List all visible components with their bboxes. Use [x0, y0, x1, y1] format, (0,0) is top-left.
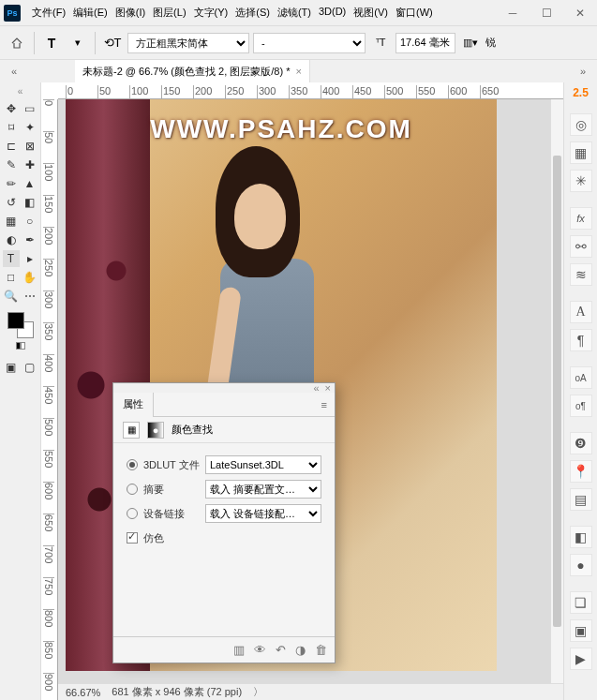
- select-3dlut[interactable]: LateSunset.3DL: [205, 455, 321, 474]
- frame-tool[interactable]: ⊠: [22, 138, 38, 155]
- properties-panel[interactable]: « × 属性 ≡ ▦ ● 颜色查找 3DLUT 文件 LateSunset.3D…: [112, 382, 336, 663]
- color-target-icon[interactable]: ◎: [570, 113, 592, 136]
- check-dither[interactable]: [127, 532, 138, 544]
- menu-image[interactable]: 图像(I): [112, 6, 149, 20]
- menu-view[interactable]: 视图(V): [350, 6, 392, 20]
- status-chevron-icon[interactable]: 〉: [253, 685, 263, 699]
- play-icon[interactable]: ▶: [570, 648, 592, 670]
- glyphs-oa-icon[interactable]: oA: [570, 366, 592, 389]
- font-family-select[interactable]: 方正粗黑宋简体: [127, 33, 249, 53]
- foreground-color[interactable]: [7, 312, 24, 329]
- reset-icon[interactable]: ↶: [276, 643, 286, 657]
- tab-close-icon[interactable]: ×: [295, 66, 301, 77]
- mini-swatch-icon[interactable]: [16, 342, 25, 351]
- extra-tool[interactable]: ⋯: [22, 288, 38, 305]
- glyphs-oq-icon[interactable]: o¶: [570, 395, 592, 417]
- panel-menu-icon[interactable]: ≡: [314, 399, 335, 410]
- mask-icon[interactable]: ●: [570, 554, 592, 576]
- styles-icon[interactable]: fx: [570, 207, 592, 230]
- type-tool-preset-icon[interactable]: T: [40, 32, 63, 54]
- select-device[interactable]: 载入 设备链接配…: [205, 504, 321, 523]
- radio-3dlut[interactable]: [127, 459, 138, 470]
- menu-filter[interactable]: 滤镜(T): [274, 6, 315, 20]
- document-tab[interactable]: 未标题-2 @ 66.7% (颜色查找 2, 图层蒙版/8) * ×: [75, 60, 310, 82]
- blur-tool[interactable]: ○: [22, 213, 38, 230]
- clip-icon[interactable]: ▥: [233, 643, 245, 657]
- brush-tool[interactable]: ✏: [3, 175, 20, 192]
- menu-edit[interactable]: 编辑(E): [69, 6, 112, 20]
- menu-3d[interactable]: 3D(D): [315, 6, 350, 20]
- minimize-button[interactable]: ─: [496, 0, 530, 26]
- tool-panel: « ✥ ▭ ⌑ ✦ ⊏ ⊠ ✎ ✚ ✏ ▲ ↺ ◧ ▦ ○ ◐ ✒ T ▸ □ …: [0, 82, 41, 700]
- channels-icon[interactable]: ▣: [570, 619, 592, 642]
- menu-window[interactable]: 窗口(W): [392, 6, 437, 20]
- label-3dlut: 3DLUT 文件: [143, 458, 200, 472]
- character-A-icon[interactable]: A: [570, 301, 592, 323]
- prev-icon[interactable]: ◑: [295, 643, 306, 657]
- quickmask-tool[interactable]: ▣: [3, 359, 20, 376]
- link-icon[interactable]: ⚯: [570, 235, 592, 258]
- crop-tool[interactable]: ⊏: [3, 138, 20, 155]
- gradient-tool[interactable]: ▦: [3, 213, 20, 230]
- collapse-left-icon[interactable]: «: [0, 60, 28, 82]
- tools-collapse-icon[interactable]: «: [18, 86, 23, 97]
- badge-9-icon[interactable]: ❾: [570, 432, 592, 454]
- color-swatch[interactable]: [7, 312, 34, 338]
- watermark-text: WWW.PSAHZ.COM: [66, 114, 497, 144]
- right-panel: 2.5 ◎ ▦ ✳ fx ⚯ ≋ A ¶ oA o¶ ❾ 📍 ▤ ◧ ● ❏ ▣…: [563, 82, 597, 700]
- screenmode-tool[interactable]: ▢: [22, 359, 38, 376]
- path-select-tool[interactable]: ▸: [22, 250, 38, 267]
- maximize-button[interactable]: ☐: [530, 0, 563, 26]
- collapse-right-icon[interactable]: »: [569, 60, 597, 82]
- select-abstract[interactable]: 载入 摘要配置文…: [205, 480, 321, 499]
- history-brush-tool[interactable]: ↺: [3, 194, 20, 211]
- paragraph-icon[interactable]: ¶: [570, 329, 592, 351]
- radio-device[interactable]: [127, 508, 138, 519]
- dodge-tool[interactable]: ◐: [3, 231, 20, 248]
- move-tool[interactable]: ✥: [3, 100, 20, 117]
- hand-tool[interactable]: ✋: [22, 269, 38, 286]
- menu-select[interactable]: 选择(S): [231, 6, 274, 20]
- marker-icon[interactable]: 📍: [570, 460, 592, 483]
- pen-tool[interactable]: ✒: [22, 231, 38, 248]
- eraser-tool[interactable]: ◧: [22, 194, 38, 211]
- trash-icon[interactable]: 🗑: [315, 643, 327, 657]
- adjust-icon[interactable]: ◧: [570, 526, 592, 548]
- heal-tool[interactable]: ✚: [22, 156, 38, 173]
- panel-titlebar[interactable]: « ×: [113, 383, 335, 393]
- type-tool[interactable]: T: [3, 250, 20, 267]
- menu-file[interactable]: 文件(F): [28, 6, 69, 20]
- eyedropper-tool[interactable]: ✎: [3, 156, 20, 173]
- zoom-tool[interactable]: 🔍: [3, 288, 20, 305]
- shape-tool[interactable]: □: [3, 269, 20, 286]
- stamp-tool[interactable]: ▲: [22, 175, 38, 192]
- menu-layer[interactable]: 图层(L): [149, 6, 189, 20]
- scrollbar-thumb[interactable]: [553, 156, 561, 627]
- close-button[interactable]: ✕: [563, 0, 597, 26]
- font-size-icon: ᵀT: [369, 32, 392, 54]
- artboard-tool[interactable]: ▭: [22, 100, 38, 117]
- font-size-input[interactable]: [396, 33, 455, 53]
- grid-icon[interactable]: ▤: [570, 488, 592, 511]
- font-style-select[interactable]: -: [253, 33, 366, 53]
- statusbar: 66.67% 681 像素 x 946 像素 (72 ppi) 〉: [58, 683, 563, 700]
- scrollbar-vertical[interactable]: [550, 99, 563, 683]
- swatches-icon[interactable]: ▦: [570, 141, 592, 164]
- menu-type[interactable]: 文字(Y): [190, 6, 232, 20]
- label-device: 设备链接: [143, 507, 200, 521]
- orientation-icon[interactable]: ⟲T: [101, 32, 124, 54]
- home-icon[interactable]: [6, 32, 28, 54]
- type-dropdown-icon[interactable]: ▾: [67, 32, 89, 54]
- options-bar: T ▾ ⟲T 方正粗黑宋简体 - ᵀT ▥▾ 锐: [0, 26, 597, 60]
- quick-select-tool[interactable]: ✦: [22, 119, 38, 136]
- eye-icon[interactable]: 👁: [254, 643, 266, 657]
- brush-size-value[interactable]: 2.5: [573, 86, 589, 99]
- layers-icon[interactable]: ❏: [570, 591, 592, 614]
- waves-icon[interactable]: ≋: [570, 263, 592, 286]
- props-tab[interactable]: 属性: [113, 393, 154, 417]
- sparkle-icon[interactable]: ✳: [570, 170, 592, 192]
- lasso-tool[interactable]: ⌑: [3, 119, 20, 136]
- zoom-level[interactable]: 66.67%: [66, 687, 100, 698]
- aa-dropdown-icon[interactable]: ▥▾: [459, 32, 482, 54]
- radio-abstract[interactable]: [127, 484, 138, 495]
